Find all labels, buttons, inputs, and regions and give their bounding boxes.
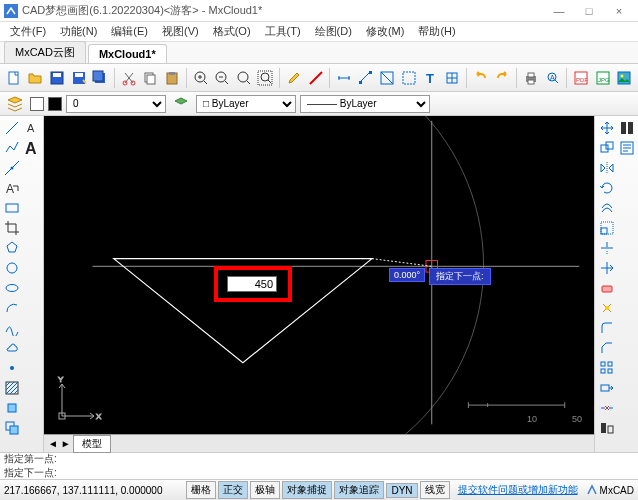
undo-button[interactable] (471, 67, 491, 89)
text-tool[interactable]: A (2, 178, 21, 197)
crop-tool[interactable] (2, 218, 21, 237)
text-button[interactable]: T (421, 67, 441, 89)
point-tool[interactable] (2, 358, 21, 377)
tab-mxcad-cloud[interactable]: MxCAD云图 (4, 41, 86, 63)
circle-tool[interactable] (2, 258, 21, 277)
break-tool[interactable] (597, 398, 616, 417)
zoom-window-button[interactable] (234, 67, 254, 89)
minimize-button[interactable]: — (544, 1, 574, 21)
tab-mxcloud1[interactable]: MxCloud1* (88, 44, 167, 63)
polyline-tool[interactable] (2, 138, 21, 157)
rotate-tool[interactable] (597, 178, 616, 197)
find-button[interactable]: A (543, 67, 563, 89)
print-button[interactable] (521, 67, 541, 89)
arc-tool[interactable] (2, 298, 21, 317)
menu-function[interactable]: 功能(N) (54, 22, 103, 41)
insert-block-tool[interactable] (2, 398, 21, 417)
join-tool[interactable] (617, 118, 636, 137)
offset-tool[interactable] (597, 198, 616, 217)
menu-modify[interactable]: 修改(M) (360, 22, 411, 41)
status-polar-toggle[interactable]: 极轴 (250, 481, 280, 499)
open-file-button[interactable] (26, 67, 46, 89)
saveas-button[interactable] (69, 67, 89, 89)
drawing-canvas[interactable]: 0.000° 指定下一点: YX 10 50 (44, 116, 594, 434)
maximize-button[interactable]: □ (574, 1, 604, 21)
status-grid-toggle[interactable]: 栅格 (186, 481, 216, 499)
close-button[interactable]: × (604, 1, 634, 21)
mtext-tool[interactable]: A (22, 118, 41, 137)
command-area[interactable]: 指定第一点: 指定下一点: (0, 452, 638, 480)
status-osnap-toggle[interactable]: 对象捕捉 (282, 481, 332, 499)
measure-area-button[interactable] (378, 67, 398, 89)
status-ortho-toggle[interactable]: 正交 (218, 481, 248, 499)
move-tool[interactable] (597, 118, 616, 137)
properties-tool[interactable] (617, 138, 636, 157)
svg-rect-69 (601, 369, 605, 373)
zoom-extents-button[interactable] (256, 67, 276, 89)
spline-tool[interactable] (2, 318, 21, 337)
menu-edit[interactable]: 编辑(E) (105, 22, 154, 41)
measure-distance-button[interactable] (356, 67, 376, 89)
color-black-swatch[interactable] (48, 97, 62, 111)
extend-tool[interactable] (597, 258, 616, 277)
status-otrack-toggle[interactable]: 对象追踪 (334, 481, 384, 499)
menu-tools[interactable]: 工具(T) (259, 22, 307, 41)
scale-tool[interactable] (597, 218, 616, 237)
line-color-icon[interactable] (306, 67, 326, 89)
layer-select[interactable]: 0 (66, 95, 166, 113)
menu-format[interactable]: 格式(O) (207, 22, 257, 41)
xline-tool[interactable] (2, 158, 21, 177)
svg-rect-71 (601, 385, 609, 391)
rectangle-tool[interactable] (2, 198, 21, 217)
copy-button[interactable] (141, 67, 161, 89)
export-jpg-button[interactable]: JPG (593, 67, 613, 89)
array-tool[interactable] (597, 358, 616, 377)
ellipse-tool[interactable] (2, 278, 21, 297)
mirror-tool[interactable] (597, 158, 616, 177)
color-select[interactable]: □ ByLayer (196, 95, 296, 113)
menu-draw[interactable]: 绘图(D) (309, 22, 358, 41)
status-dyn-toggle[interactable]: DYN (386, 483, 417, 498)
document-tabs: MxCAD云图 MxCloud1* (0, 42, 638, 64)
layer-manager-button[interactable] (4, 93, 26, 115)
export-pdf-button[interactable]: PDF (571, 67, 591, 89)
erase-tool[interactable] (597, 278, 616, 297)
menu-file[interactable]: 文件(F) (4, 22, 52, 41)
select-all-button[interactable] (399, 67, 419, 89)
stretch-tool[interactable] (597, 378, 616, 397)
model-tab[interactable]: 模型 (73, 435, 111, 453)
copy-tool[interactable] (597, 138, 616, 157)
line-tool[interactable] (2, 118, 21, 137)
dimension-icon[interactable] (334, 67, 354, 89)
export-image-button[interactable] (614, 67, 634, 89)
fillet-tool[interactable] (597, 318, 616, 337)
tab-nav-arrows[interactable]: ◄ ► (48, 438, 71, 449)
cut-button[interactable] (119, 67, 139, 89)
explode-tool[interactable] (597, 298, 616, 317)
paste-button[interactable] (162, 67, 182, 89)
chamfer-tool[interactable] (597, 338, 616, 357)
linetype-select[interactable]: ——— ByLayer (300, 95, 430, 113)
revcloud-tool[interactable] (2, 338, 21, 357)
zoom-out-button[interactable] (212, 67, 232, 89)
polygon-tool[interactable] (2, 238, 21, 257)
feedback-link[interactable]: 提交软件问题或增加新功能 (452, 483, 584, 497)
new-file-button[interactable] (4, 67, 24, 89)
menu-help[interactable]: 帮助(H) (412, 22, 461, 41)
status-lineweight-toggle[interactable]: 线宽 (420, 481, 450, 499)
zoom-in-button[interactable] (191, 67, 211, 89)
save-button[interactable] (47, 67, 67, 89)
color-white-swatch[interactable] (30, 97, 44, 111)
pencil-icon[interactable] (284, 67, 304, 89)
save-all-button[interactable] (91, 67, 111, 89)
make-block-tool[interactable] (2, 418, 21, 437)
a-big-tool[interactable]: A (22, 138, 41, 157)
align-tool[interactable] (597, 418, 616, 437)
redo-button[interactable] (493, 67, 513, 89)
layer-states-button[interactable] (170, 93, 192, 115)
trim-tool[interactable] (597, 238, 616, 257)
hatch-tool[interactable] (2, 378, 21, 397)
menu-view[interactable]: 视图(V) (156, 22, 205, 41)
distance-input[interactable] (227, 276, 277, 292)
block-button[interactable] (442, 67, 462, 89)
